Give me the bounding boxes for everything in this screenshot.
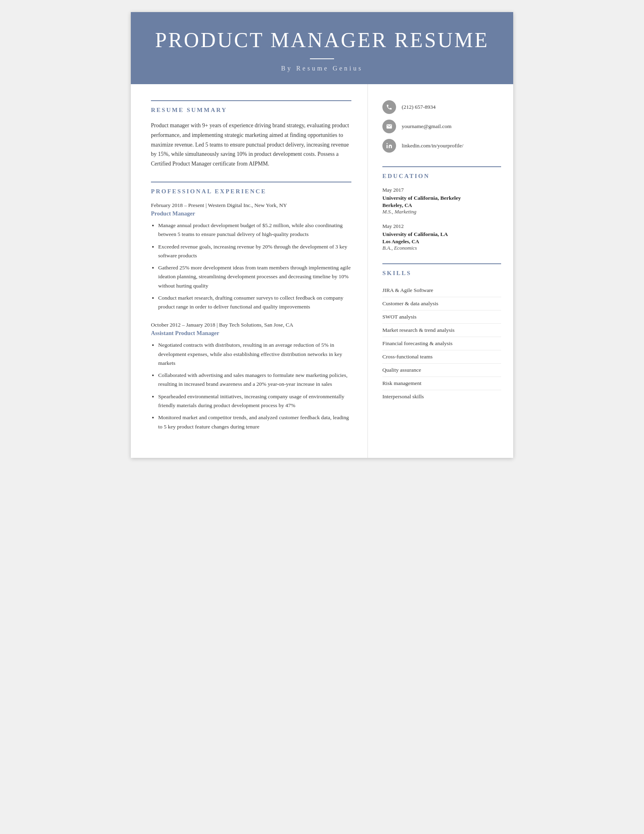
edu-date-2: May 2012 — [382, 223, 501, 230]
resume-title: PRODUCT MANAGER RESUME — [155, 28, 489, 52]
exp-bullet-2-2: Collaborated with advertising and sales … — [158, 371, 351, 389]
exp-title-2: Assistant Product Manager — [151, 330, 351, 337]
left-column: RESUME SUMMARY Product manager with 9+ y… — [131, 84, 368, 458]
phone-icon — [382, 100, 396, 114]
resume-wrapper: PRODUCT MANAGER RESUME By Resume Genius … — [131, 12, 513, 458]
contact-linkedin-text: linkedin.com/in/yourprofile/ — [402, 143, 463, 149]
summary-divider — [151, 100, 351, 101]
exp-entry-1: February 2018 – Present | Western Digita… — [151, 202, 351, 311]
summary-text: Product manager with 9+ years of experie… — [151, 121, 351, 169]
edu-degree-2: B.A., Economics — [382, 245, 501, 251]
linkedin-svg — [386, 143, 392, 149]
skill-item-0: JIRA & Agile Software — [382, 284, 501, 297]
header-byline: By Resume Genius — [155, 65, 489, 72]
experience-title: PROFESSIONAL EXPERIENCE — [151, 182, 351, 197]
edu-location-1: Berkeley, CA — [382, 202, 501, 209]
exp-bullet-2-1: Negotiated contracts with distributors, … — [158, 341, 351, 368]
exp-title-1: Product Manager — [151, 210, 351, 217]
experience-section: PROFESSIONAL EXPERIENCE February 2018 – … — [151, 182, 351, 431]
edu-entry-1: May 2017 University of California, Berke… — [382, 187, 501, 215]
summary-title: RESUME SUMMARY — [151, 100, 351, 115]
skills-section: SKILLS JIRA & Agile Software Customer & … — [382, 263, 501, 403]
resume-header: PRODUCT MANAGER RESUME By Resume Genius — [131, 12, 513, 84]
exp-bullet-2-3: Spearheaded environmental initiatives, i… — [158, 392, 351, 410]
education-title: EDUCATION — [382, 166, 501, 181]
exp-bullet-2-4: Monitored market and competitor trends, … — [158, 413, 351, 431]
skill-item-8: Interpersonal skills — [382, 390, 501, 403]
education-section: EDUCATION May 2017 University of Califor… — [382, 166, 501, 251]
linkedin-icon — [382, 139, 396, 153]
education-divider — [382, 166, 501, 167]
exp-entry-2: October 2012 – January 2018 | Bay Tech S… — [151, 322, 351, 431]
contact-phone-text: (212) 657-8934 — [402, 104, 436, 110]
edu-entry-2: May 2012 University of California, LA Lo… — [382, 223, 501, 251]
exp-bullets-1: Manage annual product development budget… — [151, 221, 351, 311]
contact-linkedin-item: linkedin.com/in/yourprofile/ — [382, 139, 501, 153]
exp-dates-2: October 2012 – January 2018 | Bay Tech S… — [151, 322, 351, 328]
exp-bullets-2: Negotiated contracts with distributors, … — [151, 341, 351, 431]
edu-school-2: University of California, LA — [382, 231, 501, 238]
skill-item-7: Risk management — [382, 377, 501, 390]
email-svg — [386, 123, 392, 130]
resume-body: RESUME SUMMARY Product manager with 9+ y… — [131, 84, 513, 458]
exp-bullet-1-2: Exceeded revenue goals, increasing reven… — [158, 242, 351, 261]
contact-email-text: yourname@gmail.com — [402, 123, 452, 130]
exp-dates-1: February 2018 – Present | Western Digita… — [151, 202, 351, 209]
exp-bullet-1-1: Manage annual product development budget… — [158, 221, 351, 239]
phone-svg — [386, 104, 392, 110]
skill-item-1: Customer & data analysis — [382, 297, 501, 310]
exp-bullet-1-3: Gathered 25% more development ideas from… — [158, 263, 351, 290]
email-icon — [382, 120, 396, 133]
right-column: (212) 657-8934 yourname@gmail.com — [368, 84, 513, 458]
skill-item-5: Cross-functional teams — [382, 350, 501, 364]
contact-phone-item: (212) 657-8934 — [382, 100, 501, 114]
contact-email-item: yourname@gmail.com — [382, 120, 501, 133]
skill-item-4: Financial forecasting & analysis — [382, 337, 501, 350]
edu-degree-1: M.S., Marketing — [382, 209, 501, 215]
skill-item-6: Quality assurance — [382, 364, 501, 377]
skill-item-3: Market research & trend analysis — [382, 324, 501, 337]
skill-item-2: SWOT analysis — [382, 310, 501, 324]
contact-section: (212) 657-8934 yourname@gmail.com — [382, 100, 501, 153]
edu-location-2: Los Angeles, CA — [382, 238, 501, 245]
summary-section: RESUME SUMMARY Product manager with 9+ y… — [151, 100, 351, 169]
header-divider — [310, 58, 334, 59]
edu-school-1: University of California, Berkeley — [382, 195, 501, 202]
skills-title: SKILLS — [382, 263, 501, 278]
experience-divider — [151, 182, 351, 182]
edu-date-1: May 2017 — [382, 187, 501, 193]
skills-divider — [382, 263, 501, 264]
exp-bullet-1-4: Conduct market research, drafting consum… — [158, 294, 351, 312]
